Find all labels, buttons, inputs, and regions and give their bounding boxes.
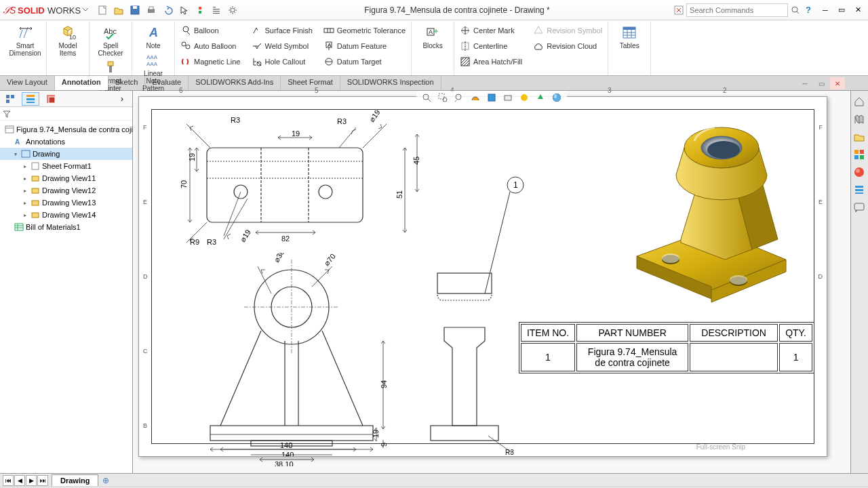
display-style-icon[interactable] [484, 91, 499, 104]
svg-rect-42 [26, 95, 35, 97]
datum-target-button[interactable]: Datum Target [321, 54, 408, 69]
spell-checker-button[interactable]: AbcSpell Checker [92, 23, 129, 58]
tree-annotations[interactable]: AAnnotations [0, 136, 132, 148]
taskpane-explorer-icon[interactable] [851, 129, 867, 145]
centerline-button[interactable]: Centerline [457, 39, 525, 54]
tab-addins[interactable]: SOLIDWORKS Add-Ins [189, 76, 281, 90]
tree-view11[interactable]: ▸Drawing View11 [0, 172, 132, 184]
view-settings-icon[interactable] [549, 91, 564, 104]
restore-button[interactable]: ▭ [834, 4, 849, 16]
tree-drawing[interactable]: ▾Drawing [0, 148, 132, 160]
taskpane-home-icon[interactable] [851, 94, 867, 110]
tab-inspection[interactable]: SOLIDWORKS Inspection [340, 76, 441, 90]
bom-table[interactable]: ITEM NO. PART NUMBER DESCRIPTION QTY. 1 … [519, 322, 814, 373]
filter-funnel-icon[interactable] [3, 110, 11, 118]
zoom-area-icon[interactable] [435, 91, 450, 104]
note-button[interactable]: ANote [135, 23, 172, 51]
svg-rect-94 [431, 426, 498, 441]
zone-E-left: E [143, 199, 147, 205]
svg-text:A: A [15, 138, 20, 146]
sidebar-tab-property-icon[interactable] [22, 92, 39, 106]
search-commands-input[interactable] [686, 3, 788, 17]
revision-cloud-button[interactable]: Revision Cloud [530, 39, 605, 54]
doc-minimize-button[interactable]: ─ [797, 77, 812, 89]
taskpane-view-palette-icon[interactable] [851, 146, 867, 163]
svg-rect-54 [32, 213, 39, 218]
sidebar-tab-feature-tree-icon[interactable] [1, 92, 19, 106]
sheet-next-button[interactable]: ▶ [26, 475, 37, 486]
area-hatch-fill-button[interactable]: Area Hatch/Fill [457, 54, 525, 69]
geometric-tolerance-button[interactable]: Geometric Tolerance [321, 23, 408, 38]
tab-annotation[interactable]: Annotation [55, 76, 108, 90]
weld-symbol-button[interactable]: Weld Symbol [249, 39, 315, 54]
tree-view13[interactable]: ▸Drawing View13 [0, 197, 132, 209]
svg-rect-20 [109, 66, 112, 73]
blocks-button[interactable]: ABlocks [414, 23, 451, 51]
svg-rect-53 [32, 201, 39, 205]
help-icon[interactable]: ? [806, 5, 811, 15]
new-button[interactable] [95, 3, 110, 18]
taskpane-library-icon[interactable] [851, 111, 867, 127]
smart-dimension-button[interactable]: Smart Dimension [7, 23, 43, 58]
svg-rect-12 [213, 11, 220, 12]
zone-D-left: D [143, 273, 148, 280]
tree-view14[interactable]: ▸Drawing View14 [0, 209, 132, 221]
magnetic-line-button[interactable]: Magnetic Line [178, 54, 243, 69]
svg-rect-9 [199, 11, 201, 14]
apply-scene-icon[interactable] [533, 91, 548, 104]
sidebar-tab-config-icon[interactable] [42, 92, 60, 106]
tree-view12[interactable]: ▸Drawing View12 [0, 184, 132, 197]
bom-header-qty: QTY. [779, 324, 812, 342]
revision-symbol-button[interactable]: Revision Symbol [530, 23, 605, 38]
tab-sheet-format[interactable]: Sheet Format [281, 76, 340, 90]
svg-text:⌀19: ⌀19 [368, 110, 382, 123]
hide-show-icon[interactable] [500, 91, 515, 104]
bom-row[interactable]: 1 Figura 9.74_Mensula de contra cojinete… [521, 343, 812, 371]
sidebar-expand-icon[interactable]: › [113, 92, 131, 106]
search-icon[interactable] [791, 5, 800, 15]
add-sheet-icon[interactable]: ⊕ [102, 476, 109, 485]
tables-button[interactable]: Tables [611, 23, 648, 51]
tab-view-layout[interactable]: View Layout [0, 76, 55, 90]
sheet-tab-drawing[interactable]: Drawing [52, 474, 98, 486]
surface-finish-button[interactable]: Surface Finish [249, 23, 315, 38]
balloon-button[interactable]: Balloon [178, 23, 243, 38]
auto-balloon-button[interactable]: Auto Balloon [178, 39, 243, 54]
svg-text:SOLID: SOLID [18, 5, 45, 16]
svg-text:R3: R3 [207, 238, 216, 246]
doc-close-button[interactable]: ✕ [830, 77, 845, 89]
rebuild-button[interactable] [193, 3, 208, 18]
model-items-button[interactable]: 10Model Items [50, 23, 86, 58]
tree-sheet-format[interactable]: ▸Sheet Format1 [0, 160, 132, 172]
tree-root[interactable]: Figura 9.74_Mensula de contra cojin [0, 123, 132, 136]
options-button[interactable] [209, 3, 224, 18]
settings-button[interactable] [225, 3, 240, 18]
hole-callout-button[interactable]: Hole Callout [249, 54, 315, 69]
select-button[interactable] [176, 3, 191, 18]
taskpane-custom-props-icon[interactable] [851, 182, 867, 198]
svg-text:A: A [429, 28, 433, 35]
save-button[interactable] [127, 3, 142, 18]
doc-restore-button[interactable]: ▭ [814, 77, 829, 89]
center-mark-button[interactable]: Center Mark [457, 23, 525, 38]
print-button[interactable] [144, 3, 159, 18]
edit-appearance-icon[interactable] [517, 91, 532, 104]
taskpane-forum-icon[interactable] [851, 199, 867, 216]
sheet-prev-button[interactable]: ◀ [14, 475, 25, 486]
tab-sketch[interactable]: Sketch [108, 76, 146, 90]
undo-button[interactable] [160, 3, 175, 18]
close-button[interactable]: ✕ [850, 4, 865, 16]
prev-view-icon[interactable] [452, 91, 467, 104]
minimize-button[interactable]: ─ [818, 4, 833, 16]
section-view-icon[interactable] [468, 91, 483, 104]
taskpane-appearances-icon[interactable] [851, 164, 867, 180]
drawing-canvas[interactable]: 6 5 4 3 2 F E D C B F E D [133, 91, 850, 473]
svg-rect-44 [26, 102, 35, 103]
tree-bom[interactable]: Bill of Materials1 [0, 221, 132, 233]
sheet-last-button[interactable]: ⏭ [37, 475, 48, 486]
sheet-first-button[interactable]: ⏮ [3, 475, 14, 486]
datum-feature-button[interactable]: ADatum Feature [321, 39, 408, 54]
zoom-fit-icon[interactable] [419, 91, 434, 104]
open-button[interactable] [111, 3, 126, 18]
zone-3: 3 [608, 87, 612, 94]
